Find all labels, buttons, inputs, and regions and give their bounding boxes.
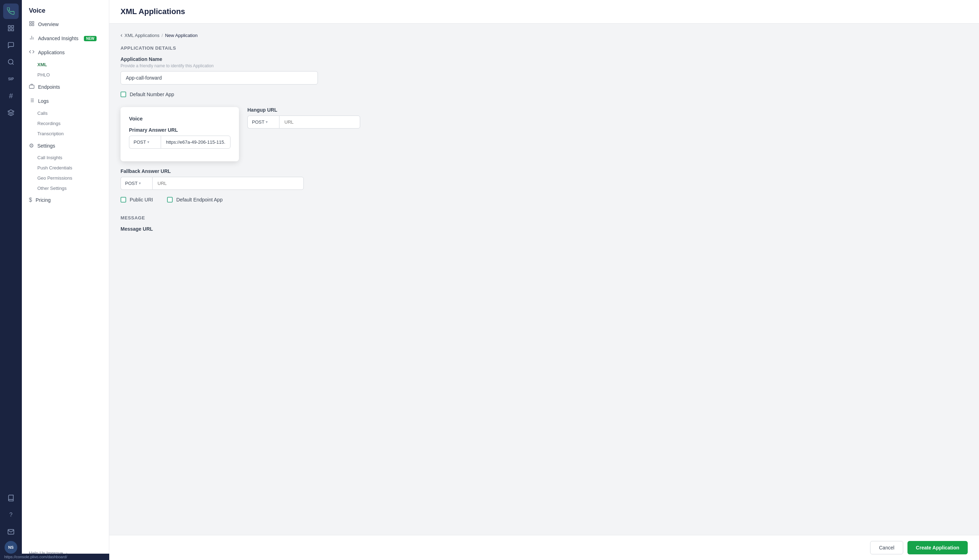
form-group-app-name: Application Name Provide a friendly name…: [120, 57, 968, 85]
sidebar-item-phlo[interactable]: PHLO: [22, 70, 109, 80]
sidebar-icon-phone[interactable]: [3, 3, 19, 19]
sidebar-icon-grid[interactable]: [3, 20, 19, 36]
sidebar-item-settings[interactable]: ⚙ Settings: [22, 139, 109, 153]
fallback-method-select[interactable]: POST ▾: [120, 177, 152, 190]
user-avatar[interactable]: NS: [5, 541, 17, 554]
overview-icon: [29, 21, 35, 28]
fallback-url-label: Fallback Answer URL: [120, 168, 304, 174]
page-header: XML Applications: [109, 0, 979, 23]
sidebar-item-recordings[interactable]: Recordings: [22, 118, 109, 128]
sidebar-icon-chat[interactable]: [3, 37, 19, 53]
breadcrumb-back-icon[interactable]: ‹: [120, 32, 122, 38]
primary-url-input[interactable]: [161, 136, 231, 148]
hangup-url-input[interactable]: [279, 115, 360, 128]
sidebar-icon-hash[interactable]: #: [3, 88, 19, 103]
svg-rect-3: [12, 29, 14, 31]
sidebar-item-applications[interactable]: Applications: [22, 45, 109, 60]
breadcrumb: ‹ XML Applications / New Application: [120, 32, 968, 38]
sidebar-title: Voice: [22, 0, 109, 17]
message-section-label: Message: [120, 215, 968, 220]
sidebar-item-overview[interactable]: Overview: [22, 17, 109, 31]
default-endpoint-group: Default Endpoint App: [167, 197, 223, 203]
svg-rect-1: [12, 26, 14, 28]
form-group-message: Message Message URL: [120, 215, 968, 232]
new-badge: NEW: [84, 36, 96, 41]
sidebar-icon-book[interactable]: [3, 490, 19, 506]
sidebar-item-endpoints[interactable]: Endpoints: [22, 80, 109, 94]
svg-rect-7: [30, 22, 32, 23]
voice-card-title: Voice: [129, 115, 231, 122]
sidebar-item-other-settings[interactable]: Other Settings: [22, 183, 109, 193]
form-group-default-number: Default Number App: [120, 92, 968, 97]
primary-method-select[interactable]: POST ▾: [129, 136, 161, 148]
app-name-input[interactable]: [120, 71, 318, 85]
sidebar-item-geo-permissions[interactable]: Geo Permissions: [22, 173, 109, 183]
applications-label: Applications: [38, 50, 65, 55]
sidebar-icon-layers[interactable]: [3, 105, 19, 120]
hangup-url-row: POST ▾: [247, 115, 360, 128]
public-uri-checkbox[interactable]: [120, 197, 126, 203]
voice-card: Voice Primary Answer URL POST ▾: [120, 107, 239, 161]
nav-sidebar: Voice Overview Advanced Insights NEW App: [22, 0, 109, 560]
hangup-url-label: Hangup URL: [247, 107, 360, 113]
hangup-method-chevron: ▾: [266, 120, 268, 124]
primary-method-label: POST: [134, 140, 146, 145]
svg-rect-0: [8, 26, 10, 28]
sidebar-item-call-insights[interactable]: Call Insights: [22, 153, 109, 163]
sidebar-item-logs[interactable]: Logs: [22, 94, 109, 108]
insights-icon: [29, 35, 35, 42]
message-url-label: Message URL: [120, 226, 968, 232]
logs-label: Logs: [38, 98, 48, 104]
advanced-insights-label: Advanced Insights: [38, 35, 78, 41]
fallback-method-label: POST: [125, 181, 137, 186]
sidebar-icon-help[interactable]: ?: [3, 507, 19, 523]
applications-icon: [29, 49, 35, 56]
endpoints-icon: [29, 83, 35, 90]
sidebar-item-push-credentials[interactable]: Push Credentials: [22, 163, 109, 173]
sidebar-icon-sip[interactable]: SIP: [3, 71, 19, 87]
primary-url-row: POST ▾: [129, 136, 231, 148]
public-uri-label: Public URI: [130, 197, 153, 203]
svg-rect-10: [32, 24, 34, 26]
breadcrumb-separator: /: [162, 33, 163, 38]
settings-icon: ⚙: [29, 142, 34, 149]
fallback-method-chevron: ▾: [139, 181, 141, 186]
icon-sidebar: SIP # ? NS: [0, 0, 22, 560]
public-uri-group: Public URI: [120, 197, 153, 203]
page-title: XML Applications: [120, 7, 968, 16]
sidebar-icon-lookup[interactable]: [3, 54, 19, 70]
settings-label: Settings: [37, 143, 55, 148]
checkboxes-row: Public URI Default Endpoint App: [120, 197, 318, 208]
default-endpoint-checkbox[interactable]: [167, 197, 173, 203]
svg-rect-2: [8, 29, 10, 31]
svg-rect-14: [29, 85, 34, 88]
default-number-app-checkbox[interactable]: [120, 92, 126, 97]
sidebar-item-advanced-insights[interactable]: Advanced Insights NEW: [22, 31, 109, 45]
page-body: ‹ XML Applications / New Application App…: [109, 23, 979, 560]
svg-rect-8: [32, 22, 34, 23]
default-number-app-label: Default Number App: [130, 92, 174, 97]
hangup-method-label: POST: [252, 119, 264, 125]
create-application-button[interactable]: Create Application: [907, 541, 968, 554]
svg-point-4: [8, 60, 13, 64]
sidebar-item-transcription[interactable]: Transcription: [22, 128, 109, 139]
fallback-url-row: POST ▾: [120, 177, 304, 190]
sidebar-item-xml[interactable]: XML: [22, 60, 109, 70]
content-area: XML Applications ‹ XML Applications / Ne…: [109, 0, 979, 560]
sidebar-icon-mail[interactable]: [3, 524, 19, 540]
hangup-method-select[interactable]: POST ▾: [247, 115, 279, 128]
fallback-url-input[interactable]: [152, 177, 304, 190]
app-name-help: Provide a friendly name to identify this…: [120, 63, 968, 68]
svg-rect-9: [30, 24, 32, 26]
sidebar-item-pricing[interactable]: $ Pricing: [22, 193, 109, 207]
breadcrumb-parent[interactable]: XML Applications: [124, 33, 159, 38]
overview-label: Overview: [38, 22, 58, 27]
svg-line-5: [12, 63, 14, 65]
form-group-fallback-url: Fallback Answer URL POST ▾: [120, 168, 304, 190]
cancel-button[interactable]: Cancel: [870, 541, 903, 554]
breadcrumb-current: New Application: [165, 33, 198, 38]
endpoints-label: Endpoints: [38, 84, 60, 90]
sidebar-item-calls[interactable]: Calls: [22, 108, 109, 118]
svg-marker-6: [8, 110, 14, 113]
logs-icon: [29, 98, 35, 105]
